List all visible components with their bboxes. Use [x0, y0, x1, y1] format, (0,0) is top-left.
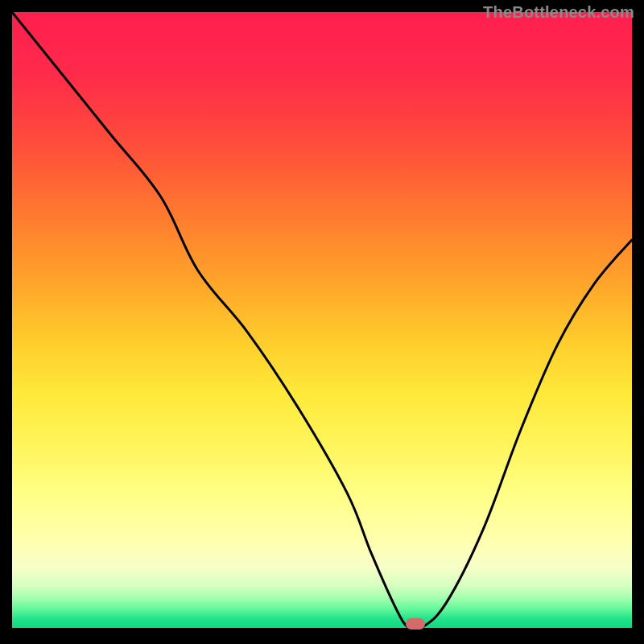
watermark-text: TheBottleneck.com — [483, 3, 634, 22]
bottleneck-curve — [12, 12, 632, 628]
minimum-marker — [406, 618, 425, 630]
chart-stage: TheBottleneck.com — [0, 0, 644, 644]
chart-svg — [12, 12, 632, 628]
chart-plot-area — [12, 12, 632, 628]
